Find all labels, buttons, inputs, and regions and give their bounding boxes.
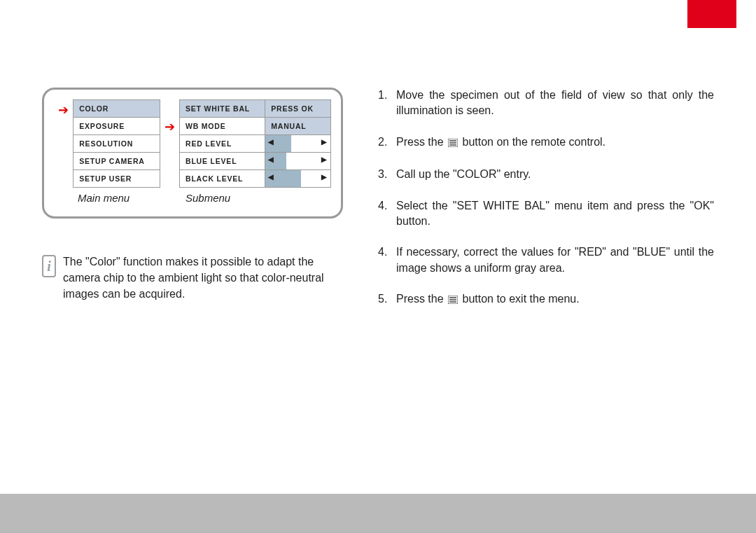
brand-tab <box>687 0 736 28</box>
step-item: 2.Press the button on the remote control… <box>378 134 714 151</box>
sub-menu-label: BLACK LEVEL <box>180 170 265 188</box>
step-text: Press the button to exit the menu. <box>396 291 714 308</box>
steps-list: 1.Move the specimen out of the field of … <box>378 88 714 309</box>
main-menu-table: COLOREXPOSURERESOLUTIONSETUP CAMERASETUP… <box>73 99 160 188</box>
main-menu-item: COLOR <box>74 100 160 118</box>
step-number: 5. <box>378 291 396 308</box>
footer-bar <box>0 494 756 533</box>
sub-menu-value: MANUAL <box>265 118 331 135</box>
main-menu-item: SETUP USER <box>74 170 160 188</box>
sub-menu-label: WB MODE <box>180 118 265 135</box>
info-icon: i <box>42 255 56 277</box>
info-text: The "Color" function makes it possible t… <box>63 254 343 303</box>
step-number: 1. <box>378 88 396 119</box>
step-item: 3.Call up the "COLOR" entry. <box>378 167 714 182</box>
sub-menu-value: ◀▶ <box>265 153 331 170</box>
menu-icon <box>448 293 458 308</box>
sub-menu-value: ◀▶ <box>265 135 331 153</box>
main-menu-item: SETUP CAMERA <box>74 153 160 170</box>
sub-menu-caption: Submenu <box>186 192 230 204</box>
main-menu-arrow: ➔ <box>54 99 73 116</box>
step-text: Move the specimen out of the field of vi… <box>396 88 714 119</box>
step-number: 4. <box>378 244 396 276</box>
step-text: If necessary, correct the values for "RE… <box>396 244 714 276</box>
sub-menu-table: SET WHITE BALPRESS OKWB MODEMANUALRED LE… <box>179 99 331 188</box>
step-text: Call up the "COLOR" entry. <box>396 167 714 182</box>
step-item: 1.Move the specimen out of the field of … <box>378 88 714 119</box>
arrow-icon: ➔ <box>58 104 69 116</box>
sub-menu-value: PRESS OK <box>265 100 331 118</box>
triangle-left-icon: ◀ <box>268 138 274 146</box>
sub-menu-label: SET WHITE BAL <box>180 100 265 118</box>
main-menu-item: RESOLUTION <box>74 135 160 153</box>
arrow-icon: ➔ <box>164 120 175 133</box>
main-menu-item: EXPOSURE <box>74 118 160 135</box>
left-column: ➔ COLOREXPOSURERESOLUTIONSETUP CAMERASET… <box>42 88 343 324</box>
menu-diagram: ➔ COLOREXPOSURERESOLUTIONSETUP CAMERASET… <box>42 88 343 219</box>
triangle-right-icon: ▶ <box>321 155 328 163</box>
sub-menu-label: RED LEVEL <box>180 135 265 153</box>
triangle-left-icon: ◀ <box>268 155 274 163</box>
sub-menu-arrow: ➔ <box>160 99 179 133</box>
triangle-right-icon: ▶ <box>321 173 328 181</box>
triangle-right-icon: ▶ <box>321 138 328 146</box>
triangle-left-icon: ◀ <box>268 173 274 181</box>
content: ➔ COLOREXPOSURERESOLUTIONSETUP CAMERASET… <box>42 88 714 324</box>
step-text: Press the button on the remote control. <box>396 134 714 151</box>
menu-icon <box>448 136 458 151</box>
step-item: 4.If necessary, correct the values for "… <box>378 244 714 276</box>
step-number: 3. <box>378 167 396 182</box>
step-item: 5.Press the button to exit the menu. <box>378 291 714 308</box>
page: ➔ COLOREXPOSURERESOLUTIONSETUP CAMERASET… <box>0 0 756 533</box>
right-column: 1.Move the specimen out of the field of … <box>343 88 714 324</box>
step-number: 4. <box>378 198 396 230</box>
main-menu-caption: Main menu <box>78 192 186 204</box>
sub-menu-label: BLUE LEVEL <box>180 153 265 170</box>
step-text: Select the "SET WHITE BAL" menu item and… <box>396 198 714 230</box>
sub-menu-value: ◀▶ <box>265 170 331 188</box>
info-row: i The "Color" function makes it possible… <box>42 254 343 303</box>
step-item: 4.Select the "SET WHITE BAL" menu item a… <box>378 198 714 230</box>
step-number: 2. <box>378 134 396 151</box>
